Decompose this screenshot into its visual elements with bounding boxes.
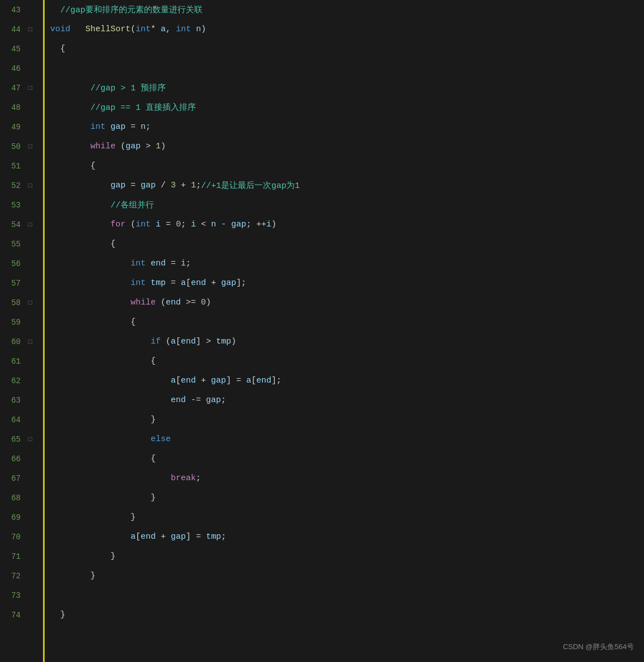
line-numbers: 4344□454647□484950□5152□5354□55565758□59… [0,0,43,625]
line-row: 43 [0,0,43,20]
line-number: 73 [0,591,25,600]
token-comment-cn: //gap要和排序的元素的数量进行关联 [50,4,203,15]
code-line: end -= gap; [50,390,644,410]
token-ind [50,317,131,327]
token-var: gap [126,142,141,151]
token-plain: { [151,454,156,463]
fold-icon[interactable]: □ [25,26,35,33]
token-plain: } [131,513,136,522]
line-number: 72 [0,572,25,581]
token-plain [151,220,156,229]
token-plain: + [206,278,221,288]
token-plain: = [126,122,141,132]
line-row: 68 [0,488,43,508]
line-row: 55 [0,234,43,254]
code-line: gap = gap / 3 + 1;//+1是让最后一次gap为1 [50,176,644,195]
token-punc: ) [201,25,206,34]
line-row: 59 [0,312,43,332]
token-plain: { [90,161,95,171]
token-plain [70,25,85,34]
token-kw-loop: while [131,298,156,307]
line-number: 74 [0,611,25,620]
token-num: 0 [176,220,181,229]
token-ind [50,454,151,463]
token-kw-loop: while [90,142,116,151]
fold-icon[interactable]: □ [25,299,35,306]
token-plain: } [110,552,116,561]
token-var: gap [141,181,156,190]
token-ind [50,552,110,561]
token-plain: } [50,610,65,620]
fold-icon[interactable]: □ [25,339,35,345]
code-line: void ShellSort(int* a, int n) [50,20,644,39]
token-num: 3 [171,181,176,190]
token-plain [146,278,151,288]
token-punc: ; [146,122,151,132]
line-row: 54□ [0,215,43,234]
line-row: 46 [0,59,43,78]
token-plain: ) [161,142,166,151]
token-punc: [ [176,337,181,346]
token-punc: [ [186,278,191,288]
line-number: 69 [0,513,25,522]
token-plain: + [156,532,171,542]
code-line: //gap > 1 预排序 [50,78,644,98]
code-line: a[end + gap] = a[end]; [50,371,644,390]
token-plain: = [231,376,246,385]
token-ind [50,473,171,483]
token-punc: [ [136,532,141,542]
fold-icon[interactable]: □ [25,85,35,91]
token-plain: = [191,532,206,542]
line-number: 50 [0,142,25,151]
token-var: tmp [151,278,166,288]
line-row: 51 [0,156,43,176]
fold-icon[interactable]: □ [25,436,35,443]
token-var: a [171,376,176,385]
token-plain: ( [156,298,166,307]
gutter: 4344□454647□484950□5152□5354□55565758□59… [0,0,45,662]
token-plain: + [176,181,191,190]
token-ind [50,239,110,249]
code-line: } [50,488,644,508]
fold-icon[interactable]: □ [25,221,35,228]
token-kw: int [176,25,191,34]
token-punc: ; [246,220,256,229]
token-punc: [ [251,376,256,385]
token-var: gap [206,395,221,405]
token-var: i [156,220,161,229]
token-var: end [151,259,166,268]
token-var: i [191,220,196,229]
token-ind [50,103,90,112]
token-param: n [196,25,201,34]
token-ind [50,181,110,190]
line-row: 61 [0,351,43,371]
token-kw: if [151,337,161,346]
code-line: } [50,547,644,566]
code-line: { [50,156,644,176]
token-punc: ; [221,395,226,405]
token-kw: int [136,25,151,34]
token-comment-cn: //gap == 1 直接插入排序 [90,102,196,113]
line-number: 55 [0,240,25,249]
line-row: 64 [0,410,43,429]
line-row: 53 [0,195,43,215]
token-plain: ( [116,142,126,151]
token-ind [50,513,131,522]
token-plain: { [151,356,156,366]
line-number: 68 [0,494,25,502]
line-number: 61 [0,357,25,366]
token-plain: = [126,181,141,190]
line-number: 52 [0,181,25,190]
token-plain: ( [126,220,136,229]
token-kw: int [131,278,146,288]
token-punc: ; [181,220,191,229]
token-plain: > [141,142,156,151]
line-number: 60 [0,337,25,346]
fold-icon[interactable]: □ [25,182,35,189]
code-editor: 4344□454647□484950□5152□5354□55565758□59… [0,0,644,662]
token-ind [50,161,90,171]
line-row: 70 [0,527,43,547]
fold-icon[interactable]: □ [25,143,35,150]
token-plain: } [151,493,156,502]
code-line: { [50,39,644,59]
